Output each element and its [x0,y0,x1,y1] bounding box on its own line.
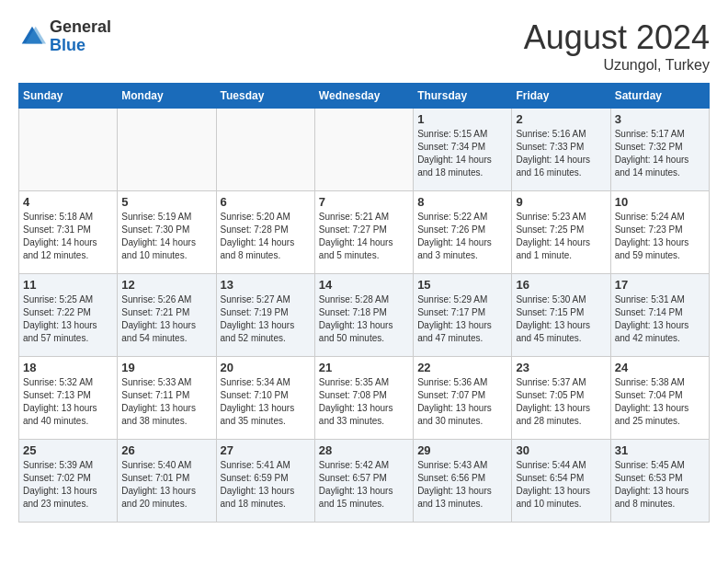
calendar-cell [118,109,216,191]
day-number: 8 [417,195,507,209]
calendar-cell: 23Sunrise: 5:37 AM Sunset: 7:05 PM Dayli… [512,357,610,440]
day-detail: Sunrise: 5:40 AM Sunset: 7:01 PM Dayligh… [121,459,211,511]
calendar-cell: 27Sunrise: 5:41 AM Sunset: 6:59 PM Dayli… [216,440,314,523]
location: Uzungol, Turkey [524,57,710,74]
header-day-sunday: Sunday [19,84,118,109]
day-detail: Sunrise: 5:41 AM Sunset: 6:59 PM Dayligh… [221,459,311,511]
day-number: 27 [221,443,311,457]
week-row-2: 4Sunrise: 5:18 AM Sunset: 7:31 PM Daylig… [19,191,710,274]
week-row-4: 18Sunrise: 5:32 AM Sunset: 7:13 PM Dayli… [19,357,710,440]
calendar-cell: 14Sunrise: 5:28 AM Sunset: 7:18 PM Dayli… [314,274,413,357]
calendar-cell: 15Sunrise: 5:29 AM Sunset: 7:17 PM Dayli… [414,274,512,357]
calendar-cell: 20Sunrise: 5:34 AM Sunset: 7:10 PM Dayli… [216,357,314,440]
calendar-cell: 28Sunrise: 5:42 AM Sunset: 6:57 PM Dayli… [314,440,413,523]
logo-general-text: General [50,17,111,36]
calendar-cell: 17Sunrise: 5:31 AM Sunset: 7:14 PM Dayli… [610,274,709,357]
day-number: 4 [23,195,113,209]
day-detail: Sunrise: 5:31 AM Sunset: 7:14 PM Dayligh… [615,293,705,345]
day-number: 21 [319,361,409,374]
calendar-cell: 1Sunrise: 5:15 AM Sunset: 7:34 PM Daylig… [414,109,512,191]
header-day-tuesday: Tuesday [216,84,314,109]
day-detail: Sunrise: 5:16 AM Sunset: 7:33 PM Dayligh… [516,128,606,179]
month-year: August 2024 [524,18,710,57]
day-detail: Sunrise: 5:38 AM Sunset: 7:04 PM Dayligh… [615,376,705,428]
day-number: 22 [417,361,507,374]
day-detail: Sunrise: 5:20 AM Sunset: 7:28 PM Dayligh… [221,211,311,262]
calendar-cell: 10Sunrise: 5:24 AM Sunset: 7:23 PM Dayli… [610,191,709,274]
day-number: 30 [516,443,606,457]
calendar-cell: 8Sunrise: 5:22 AM Sunset: 7:26 PM Daylig… [414,191,512,274]
day-number: 5 [121,195,211,209]
header-row: SundayMondayTuesdayWednesdayThursdayFrid… [19,84,710,109]
day-detail: Sunrise: 5:21 AM Sunset: 7:27 PM Dayligh… [319,211,409,262]
day-number: 9 [516,195,606,209]
calendar-body: 1Sunrise: 5:15 AM Sunset: 7:34 PM Daylig… [19,109,710,523]
calendar-cell: 31Sunrise: 5:45 AM Sunset: 6:53 PM Dayli… [610,440,709,523]
day-detail: Sunrise: 5:44 AM Sunset: 6:54 PM Dayligh… [516,459,606,511]
day-detail: Sunrise: 5:32 AM Sunset: 7:13 PM Dayligh… [23,376,113,428]
day-detail: Sunrise: 5:18 AM Sunset: 7:31 PM Dayligh… [23,211,113,262]
calendar-cell: 13Sunrise: 5:27 AM Sunset: 7:19 PM Dayli… [216,274,314,357]
day-detail: Sunrise: 5:22 AM Sunset: 7:26 PM Dayligh… [417,211,507,262]
day-detail: Sunrise: 5:15 AM Sunset: 7:34 PM Dayligh… [417,128,507,179]
calendar-cell: 11Sunrise: 5:25 AM Sunset: 7:22 PM Dayli… [19,274,118,357]
day-detail: Sunrise: 5:27 AM Sunset: 7:19 PM Dayligh… [221,293,311,345]
calendar-cell: 3Sunrise: 5:17 AM Sunset: 7:32 PM Daylig… [610,109,709,191]
day-detail: Sunrise: 5:35 AM Sunset: 7:08 PM Dayligh… [319,376,409,428]
day-number: 19 [121,361,211,374]
day-detail: Sunrise: 5:42 AM Sunset: 6:57 PM Dayligh… [319,459,409,511]
day-detail: Sunrise: 5:43 AM Sunset: 6:56 PM Dayligh… [417,459,507,511]
day-detail: Sunrise: 5:45 AM Sunset: 6:53 PM Dayligh… [615,459,705,511]
header-day-thursday: Thursday [414,84,512,109]
day-detail: Sunrise: 5:39 AM Sunset: 7:02 PM Dayligh… [23,459,113,511]
week-row-5: 25Sunrise: 5:39 AM Sunset: 7:02 PM Dayli… [19,440,710,523]
header-day-saturday: Saturday [610,84,709,109]
day-number: 15 [417,278,507,292]
day-number: 13 [221,278,311,292]
day-detail: Sunrise: 5:29 AM Sunset: 7:17 PM Dayligh… [417,293,507,345]
calendar-header: SundayMondayTuesdayWednesdayThursdayFrid… [19,84,710,109]
calendar-cell: 25Sunrise: 5:39 AM Sunset: 7:02 PM Dayli… [19,440,118,523]
day-number: 6 [221,195,311,209]
calendar-cell [19,109,118,191]
day-detail: Sunrise: 5:37 AM Sunset: 7:05 PM Dayligh… [516,376,606,428]
calendar-cell: 6Sunrise: 5:20 AM Sunset: 7:28 PM Daylig… [216,191,314,274]
day-detail: Sunrise: 5:17 AM Sunset: 7:32 PM Dayligh… [615,128,705,179]
header-day-friday: Friday [512,84,610,109]
day-number: 28 [319,443,409,457]
day-number: 14 [319,278,409,292]
calendar-cell: 9Sunrise: 5:23 AM Sunset: 7:25 PM Daylig… [512,191,610,274]
week-row-3: 11Sunrise: 5:25 AM Sunset: 7:22 PM Dayli… [19,274,710,357]
calendar-cell: 4Sunrise: 5:18 AM Sunset: 7:31 PM Daylig… [19,191,118,274]
calendar-table: SundayMondayTuesdayWednesdayThursdayFrid… [18,83,710,523]
calendar-cell: 19Sunrise: 5:33 AM Sunset: 7:11 PM Dayli… [118,357,216,440]
calendar-cell: 24Sunrise: 5:38 AM Sunset: 7:04 PM Dayli… [610,357,709,440]
logo-icon [18,23,46,51]
logo: General Blue [18,18,111,55]
day-number: 26 [121,443,211,457]
day-detail: Sunrise: 5:25 AM Sunset: 7:22 PM Dayligh… [23,293,113,345]
day-number: 23 [516,361,606,374]
day-detail: Sunrise: 5:34 AM Sunset: 7:10 PM Dayligh… [221,376,311,428]
day-number: 16 [516,278,606,292]
title-section: August 2024 Uzungol, Turkey [524,18,710,74]
day-number: 12 [121,278,211,292]
day-detail: Sunrise: 5:24 AM Sunset: 7:23 PM Dayligh… [615,211,705,262]
day-number: 24 [615,361,705,374]
calendar-cell: 26Sunrise: 5:40 AM Sunset: 7:01 PM Dayli… [118,440,216,523]
header-day-wednesday: Wednesday [314,84,413,109]
calendar-cell: 22Sunrise: 5:36 AM Sunset: 7:07 PM Dayli… [414,357,512,440]
calendar-cell: 21Sunrise: 5:35 AM Sunset: 7:08 PM Dayli… [314,357,413,440]
day-detail: Sunrise: 5:36 AM Sunset: 7:07 PM Dayligh… [417,376,507,428]
day-number: 17 [615,278,705,292]
day-number: 29 [417,443,507,457]
day-detail: Sunrise: 5:19 AM Sunset: 7:30 PM Dayligh… [121,211,211,262]
day-detail: Sunrise: 5:28 AM Sunset: 7:18 PM Dayligh… [319,293,409,345]
day-number: 11 [23,278,113,292]
calendar-cell: 12Sunrise: 5:26 AM Sunset: 7:21 PM Dayli… [118,274,216,357]
calendar-cell: 2Sunrise: 5:16 AM Sunset: 7:33 PM Daylig… [512,109,610,191]
calendar-cell: 30Sunrise: 5:44 AM Sunset: 6:54 PM Dayli… [512,440,610,523]
calendar-cell: 16Sunrise: 5:30 AM Sunset: 7:15 PM Dayli… [512,274,610,357]
logo-blue-text: Blue [50,36,85,54]
day-number: 31 [615,443,705,457]
